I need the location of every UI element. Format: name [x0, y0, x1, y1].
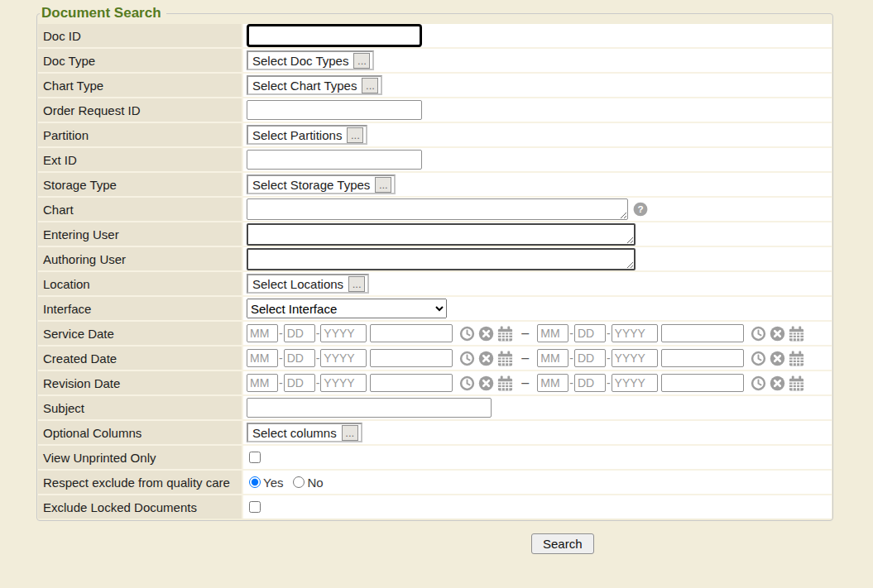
chart-textarea[interactable]: [247, 198, 628, 220]
date-field-separator: -: [316, 376, 320, 390]
order-request-id-label: Order Request ID: [38, 98, 242, 122]
day-input[interactable]: [284, 374, 315, 392]
clear-icon[interactable]: [478, 351, 494, 366]
storage-type-browse-button[interactable]: ...: [375, 177, 391, 193]
quality-care-yes-label: Yes: [263, 476, 283, 490]
help-icon[interactable]: ?: [633, 202, 648, 217]
subject-label: Subject: [38, 396, 242, 419]
ext-id-input[interactable]: [247, 150, 422, 170]
month-input[interactable]: [537, 374, 568, 392]
view-unprinted-only-checkbox[interactable]: [249, 452, 261, 463]
chart-type-picker-text: Select Chart Types: [252, 79, 357, 93]
month-input[interactable]: [247, 324, 278, 342]
clear-icon[interactable]: [770, 375, 785, 391]
revision-date-start-group: - -: [247, 374, 513, 392]
storage-type-picker[interactable]: Select Storage Types ...: [247, 174, 396, 194]
chart-type-picker[interactable]: Select Chart Types ...: [247, 75, 382, 95]
exclude-locked-label: Exclude Locked Documents: [38, 495, 242, 519]
time-input[interactable]: [370, 324, 453, 342]
location-picker[interactable]: Select Locations ...: [247, 274, 369, 294]
entering-user-label: Entering User: [38, 222, 242, 246]
month-input[interactable]: [247, 349, 278, 367]
date-field-separator: -: [569, 376, 573, 390]
year-input[interactable]: [612, 374, 658, 392]
day-input[interactable]: [574, 349, 606, 367]
quality-care-radio-group: Yes No: [247, 476, 325, 490]
optional-columns-picker[interactable]: Select columns ...: [247, 423, 362, 442]
interface-label: Interface: [38, 297, 242, 320]
clear-icon[interactable]: [478, 326, 494, 342]
optional-columns-browse-button[interactable]: ...: [342, 425, 358, 441]
chart-label: Chart: [38, 198, 242, 221]
calendar-icon[interactable]: [497, 326, 513, 342]
svg-text:?: ?: [637, 203, 643, 214]
year-input[interactable]: [612, 349, 658, 367]
month-input[interactable]: [247, 374, 278, 392]
clock-icon[interactable]: [751, 326, 766, 342]
entering-user-textarea[interactable]: [247, 223, 636, 246]
date-field-separator: -: [569, 327, 573, 340]
storage-type-label: Storage Type: [38, 173, 242, 196]
year-input[interactable]: [320, 324, 367, 342]
calendar-icon[interactable]: [497, 375, 513, 391]
search-button[interactable]: Search: [531, 533, 594, 554]
exclude-locked-checkbox[interactable]: [249, 501, 261, 513]
day-input[interactable]: [284, 349, 315, 367]
calendar-icon[interactable]: [497, 351, 513, 366]
doc-type-label: Doc Type: [38, 49, 242, 72]
partition-picker-text: Select Partitions: [252, 128, 342, 142]
clear-icon[interactable]: [770, 326, 785, 342]
partition-browse-button[interactable]: ...: [347, 127, 363, 143]
order-request-id-input[interactable]: [247, 100, 422, 120]
authoring-user-textarea[interactable]: [247, 248, 636, 270]
doc-id-input[interactable]: [247, 24, 422, 47]
location-browse-button[interactable]: ...: [348, 276, 365, 292]
partition-label: Partition: [38, 123, 242, 146]
date-field-separator: -: [607, 351, 611, 365]
month-input[interactable]: [537, 349, 568, 367]
location-label: Location: [38, 272, 242, 295]
year-input[interactable]: [320, 374, 367, 392]
chart-type-browse-button[interactable]: ...: [362, 78, 378, 93]
authoring-user-label: Authoring User: [38, 247, 242, 270]
time-input[interactable]: [661, 374, 744, 392]
view-unprinted-only-label: View Unprinted Only: [38, 446, 242, 469]
subject-input[interactable]: [247, 398, 492, 418]
quality-care-no-radio[interactable]: [293, 476, 305, 488]
date-field-separator: -: [316, 327, 320, 340]
day-input[interactable]: [574, 324, 606, 342]
doc-type-browse-button[interactable]: ...: [353, 53, 370, 69]
search-form-table: Doc ID Doc Type Select Doc Types ... Cha…: [38, 24, 832, 519]
day-input[interactable]: [284, 324, 315, 342]
actions-bar: Search: [0, 533, 873, 554]
time-input[interactable]: [370, 374, 453, 392]
interface-select[interactable]: Select Interface: [247, 299, 447, 318]
page-title: Document Search: [40, 5, 166, 22]
time-input[interactable]: [370, 349, 453, 367]
clear-icon[interactable]: [478, 375, 494, 391]
clock-icon[interactable]: [459, 351, 475, 366]
storage-type-picker-text: Select Storage Types: [252, 178, 370, 192]
year-input[interactable]: [320, 349, 367, 367]
partition-picker[interactable]: Select Partitions ...: [247, 125, 367, 145]
calendar-icon[interactable]: [789, 375, 804, 391]
time-input[interactable]: [661, 349, 744, 367]
date-field-separator: -: [279, 351, 283, 365]
date-field-separator: -: [607, 376, 611, 390]
month-input[interactable]: [537, 324, 568, 342]
date-range-separator: –: [521, 326, 529, 341]
location-picker-text: Select Locations: [252, 277, 343, 291]
clock-icon[interactable]: [751, 351, 766, 366]
time-input[interactable]: [661, 324, 744, 342]
calendar-icon[interactable]: [789, 326, 804, 342]
day-input[interactable]: [574, 374, 606, 392]
doc-type-picker-text: Select Doc Types: [252, 54, 348, 68]
calendar-icon[interactable]: [789, 351, 804, 366]
clock-icon[interactable]: [459, 326, 475, 342]
clock-icon[interactable]: [751, 375, 766, 391]
clock-icon[interactable]: [459, 375, 475, 391]
year-input[interactable]: [612, 324, 658, 342]
quality-care-yes-radio[interactable]: [249, 476, 261, 488]
doc-type-picker[interactable]: Select Doc Types ...: [247, 50, 374, 70]
clear-icon[interactable]: [770, 351, 785, 366]
